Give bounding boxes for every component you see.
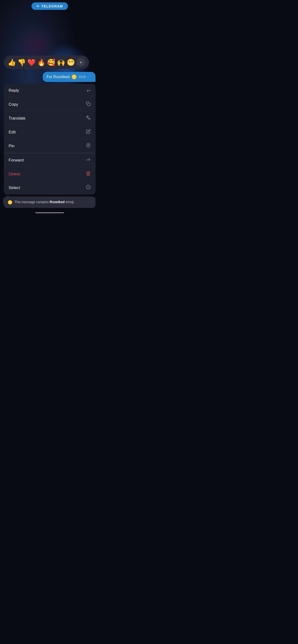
edit-icon	[86, 129, 91, 135]
telegram-icon: ✈	[36, 4, 39, 8]
reaction-grin[interactable]: 😁	[67, 58, 75, 66]
rozetked-emoji: 🟡	[72, 74, 77, 80]
delete-label: Delete	[9, 172, 20, 176]
reaction-heart[interactable]: ❤️	[27, 58, 36, 66]
reaction-more-button[interactable]: ▾	[77, 58, 85, 66]
telegram-logo: ✈ TELEGRAM	[32, 2, 68, 10]
telegram-title: TELEGRAM	[41, 4, 63, 8]
info-rozetked-emoji: 🟡	[8, 200, 13, 204]
menu-item-translate[interactable]: Translate	[4, 112, 95, 125]
reply-icon: ↩	[87, 88, 91, 94]
reaction-clap[interactable]: 🙌	[57, 58, 65, 66]
reply-label: Reply	[9, 88, 19, 93]
info-bubble: 🟡 This message contains Rozetked emoji.	[4, 196, 95, 208]
menu-item-reply[interactable]: Reply ↩	[4, 84, 95, 98]
reaction-thumbsup[interactable]: 👍	[8, 58, 16, 66]
copy-label: Copy	[9, 102, 18, 107]
svg-rect-0	[88, 103, 90, 106]
translate-label: Translate	[9, 116, 26, 121]
delete-icon	[86, 171, 91, 177]
pin-label: Pin	[9, 144, 15, 148]
menu-item-select[interactable]: Select	[4, 181, 95, 194]
message-time: 03:20 ✓✓	[79, 75, 92, 78]
edit-label: Edit	[9, 130, 16, 135]
info-text: This message contains Rozetked emoji.	[14, 200, 75, 204]
reaction-fire[interactable]: 🔥	[37, 58, 46, 66]
home-indicator	[35, 212, 64, 213]
reaction-bar: 👍 👎 ❤️ 🔥 🥰 🙌 😁 ▾	[4, 56, 89, 69]
translate-icon	[86, 115, 91, 121]
svg-point-1	[88, 144, 89, 146]
message-bubble: For Rozetked 🟡 03:20 ✓✓	[43, 72, 95, 82]
menu-item-pin[interactable]: Pin	[4, 139, 95, 153]
pin-icon	[86, 143, 91, 149]
menu-item-delete[interactable]: Delete	[4, 167, 95, 181]
menu-item-forward[interactable]: Forward	[4, 153, 95, 167]
forward-label: Forward	[9, 158, 24, 163]
reaction-inlove[interactable]: 🥰	[47, 58, 55, 66]
menu-item-copy[interactable]: Copy	[4, 98, 95, 112]
select-label: Select	[9, 186, 20, 190]
context-menu: Reply ↩ Copy Translate E	[4, 84, 95, 194]
forward-icon	[86, 157, 91, 163]
copy-icon	[86, 101, 91, 107]
message-text: For Rozetked	[47, 75, 70, 79]
chevron-down-icon: ▾	[80, 60, 82, 65]
menu-item-edit[interactable]: Edit	[4, 125, 95, 139]
select-icon	[86, 185, 91, 191]
message-read-icon: ✓✓	[87, 75, 92, 78]
reaction-thumbsdown[interactable]: 👎	[18, 58, 26, 66]
